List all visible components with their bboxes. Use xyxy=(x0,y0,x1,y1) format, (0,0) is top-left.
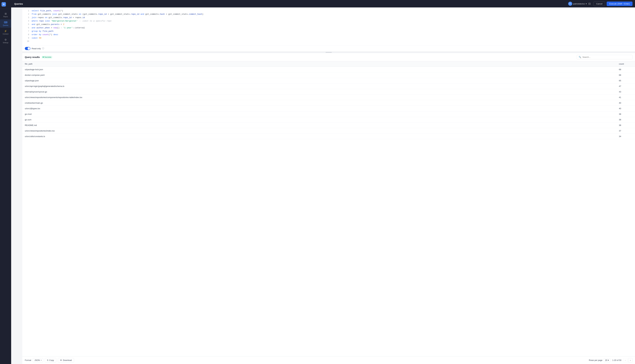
readonly-toggle[interactable] xyxy=(25,47,30,50)
table-row: ui/src/views/repositories/index.tsx37 xyxy=(22,128,635,134)
status-label: Success xyxy=(44,56,51,58)
results-title-row: Query results Success xyxy=(25,56,53,59)
footer-right: Rows per page 20 ▾ 1-20 of 50 ‹ › xyxy=(589,358,632,362)
cell-file-path: go.sum xyxy=(22,117,616,122)
execute-button[interactable]: Execute (Shift + Enter) xyxy=(607,2,632,6)
search-icon: 🔍 xyxy=(579,56,581,58)
column-header-count: count xyxy=(616,61,635,67)
resize-grip xyxy=(326,52,332,53)
cancel-button[interactable]: Cancel xyxy=(593,2,605,6)
table-row: docker-compose.yaml68 xyxy=(22,72,635,78)
cell-file-path: ui/src/views/repositories/components/rep… xyxy=(22,95,616,100)
code-line-10: 10 xyxy=(22,40,635,43)
download-label: Download xyxy=(63,359,72,361)
next-page-button[interactable]: › xyxy=(628,358,632,362)
cell-file-path: ui/src/utils/constants.ts xyxy=(22,134,616,139)
queries-icon: ⌨ xyxy=(4,21,8,24)
table-row: ui/package-lock.json68 xyxy=(22,67,635,72)
sidebar-logo: M xyxy=(0,0,11,9)
table-row: ui/src/@types.tsx40 xyxy=(22,106,635,111)
table-row: ui/src/utils/constants.ts34 xyxy=(22,134,635,139)
cell-count: 65 xyxy=(616,78,635,84)
repos-icon: ⊞ xyxy=(5,12,7,15)
info-icon[interactable]: ⓘ xyxy=(42,47,44,50)
user-avatar: P xyxy=(568,2,572,6)
resize-handle[interactable] xyxy=(22,52,635,53)
copy-button[interactable]: ⎘ Copy xyxy=(45,358,56,362)
layout-icon[interactable]: ⊟ xyxy=(588,2,591,6)
cell-file-path: internal/syncer/syncer.go xyxy=(22,89,616,95)
cell-file-path: docker-compose.yaml xyxy=(22,72,616,78)
sidebar-item-label: Connect xyxy=(3,33,8,35)
cell-count: 38 xyxy=(616,111,635,117)
search-input[interactable] xyxy=(582,56,630,58)
cell-file-path: go.mod xyxy=(22,111,616,117)
table-row: internal/syncer/syncer.go43 xyxy=(22,89,635,95)
page-size-value: 20 xyxy=(605,359,607,361)
page-size-chevron-icon: ▾ xyxy=(608,359,609,361)
readonly-label: Read-only xyxy=(32,48,41,50)
table-row: ui/package.json65 xyxy=(22,78,635,84)
cell-file-path: ui/src/api-logic/graphql/generated/schem… xyxy=(22,84,616,89)
format-value: JSON xyxy=(35,359,40,361)
copy-icon: ⎘ xyxy=(47,359,48,361)
cell-count: 43 xyxy=(616,89,635,95)
sidebar-item-settings[interactable]: ⚙ Settings xyxy=(0,37,11,45)
page-title: Queries xyxy=(14,2,23,5)
code-line-2: 2 from git_commits join git_commit_stats… xyxy=(22,13,635,16)
table-header: file_path count xyxy=(22,61,635,67)
code-line-8: 8 order by count(*) desc xyxy=(22,33,635,36)
code-line-7: 7 group by file_path xyxy=(22,30,635,33)
sidebar: M ⊞ Repos ⌨ Queries ⚡ Connect ⚙ Settings xyxy=(0,0,11,364)
cell-count: 40 xyxy=(616,106,635,111)
main-content: 1 select file_path, count(*) 2 from git_… xyxy=(22,8,635,364)
table-row: cmd/worker/main.go40 xyxy=(22,100,635,106)
download-button[interactable]: ⬇ Download xyxy=(58,358,74,362)
results-panel: Query results Success 🔍 file_path count xyxy=(22,53,635,364)
cell-file-path: ui/package.json xyxy=(22,78,616,84)
download-icon: ⬇ xyxy=(60,359,62,361)
sidebar-item-connect[interactable]: ⚡ Connect xyxy=(0,28,11,36)
sidebar-navigation: ⊞ Repos ⌨ Queries ⚡ Connect ⚙ Settings xyxy=(0,10,11,46)
code-line-9: 9 limit 50 xyxy=(22,36,635,40)
code-line-3: 3 join repos on git_commits.repo_id = re… xyxy=(22,16,635,20)
readonly-bar: Read-only ⓘ xyxy=(22,45,635,52)
footer-left: Format JSON ▾ ⎘ Copy ⬇ Download xyxy=(25,358,74,362)
sidebar-item-repos[interactable]: ⊞ Repos xyxy=(0,11,11,19)
results-header: Query results Success 🔍 xyxy=(22,53,635,61)
topbar: Queries P patrickdevivo ▾ ⊟ Cancel Execu… xyxy=(11,0,635,8)
status-badge: Success xyxy=(41,56,53,59)
sidebar-item-label: Repos xyxy=(4,16,8,18)
code-line-1: 1 select file_path, count(*) xyxy=(22,9,635,13)
code-editor[interactable]: 1 select file_path, count(*) 2 from git_… xyxy=(22,8,635,45)
rows-per-page: Rows per page 20 ▾ xyxy=(589,358,610,362)
table-row: go.sum38 xyxy=(22,117,635,122)
cell-file-path: ui/src/views/repositories/index.tsx xyxy=(22,128,616,134)
logo-icon: M xyxy=(2,2,6,6)
cell-count: 38 xyxy=(616,122,635,128)
cell-count: 68 xyxy=(616,72,635,78)
prev-page-button[interactable]: ‹ xyxy=(623,358,627,362)
results-table: file_path count ui/package-lock.json68do… xyxy=(22,61,635,139)
topbar-actions: P patrickdevivo ▾ ⊟ Cancel Execute (Shif… xyxy=(568,2,633,6)
search-box[interactable]: 🔍 xyxy=(577,55,632,59)
code-line-4: 4 where repo like '%mergestat/mergestat'… xyxy=(22,20,635,23)
format-label: Format xyxy=(25,359,31,361)
table-row: README.md38 xyxy=(22,122,635,128)
cell-file-path: README.md xyxy=(22,122,616,128)
user-menu[interactable]: P patrickdevivo ▾ xyxy=(568,2,587,6)
cell-count: 38 xyxy=(616,117,635,122)
results-title: Query results xyxy=(25,56,40,58)
connect-icon: ⚡ xyxy=(4,30,7,32)
table-row: ui/src/views/repositories/components/rep… xyxy=(22,95,635,100)
code-line-5: 5 and git_commits.parents < 2 xyxy=(22,23,635,26)
column-header-file-path: file_path xyxy=(22,61,616,67)
cell-file-path: ui/src/@types.tsx xyxy=(22,106,616,111)
status-dot xyxy=(43,56,44,58)
cell-count: 68 xyxy=(616,67,635,72)
sidebar-item-queries[interactable]: ⌨ Queries xyxy=(0,19,11,28)
code-line-6: 6 and author_when > now() - '1 year'::in… xyxy=(22,26,635,30)
cell-count: 37 xyxy=(616,128,635,134)
format-select[interactable]: JSON ▾ xyxy=(33,358,43,362)
page-size-select[interactable]: 20 ▾ xyxy=(604,358,610,362)
